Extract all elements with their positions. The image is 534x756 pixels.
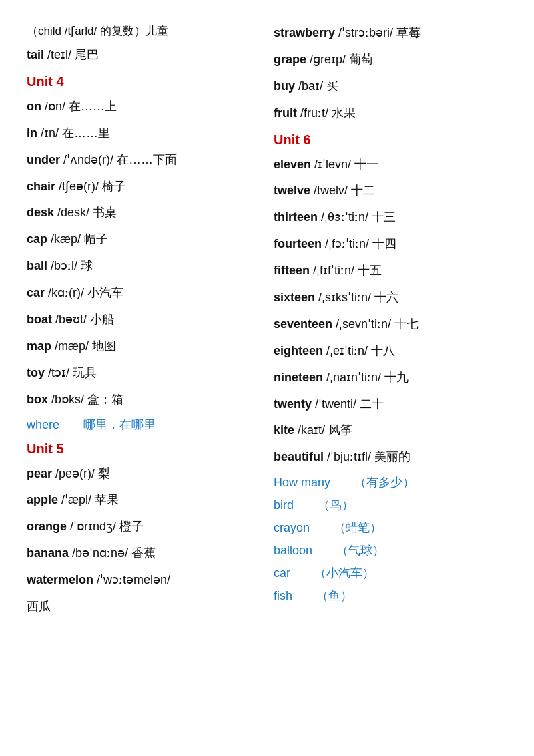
word: watermelon <box>27 573 93 586</box>
left-column: （child /tʃarld/ 的复数）儿童tail /teɪl/ 尾巴Unit… <box>27 20 260 620</box>
vocab-entry: boat /bəʊt/ 小船 <box>27 307 260 333</box>
meaning: 十四 <box>372 237 396 250</box>
meaning: 葡萄 <box>349 53 373 66</box>
vocab-entry: car /kɑː(r)/ 小汽车 <box>27 280 260 307</box>
word: twenty <box>274 397 312 411</box>
vocab-entry: seventeen /ˌsevnˈtiːn/ 十七 <box>274 311 507 338</box>
meaning: 书桌 <box>93 206 117 219</box>
word: chair <box>27 180 55 193</box>
blue-phrase: balloon （气球） <box>274 539 507 562</box>
vocab-entry: banana /bəˈnɑːnə/ 香蕉 <box>27 540 260 567</box>
meaning: 十一 <box>354 158 378 171</box>
vocab-entry: kite /kaɪt/ 风筝 <box>274 417 507 444</box>
word: fourteen <box>274 237 322 250</box>
unit-heading: Unit 6 <box>274 127 507 152</box>
word: twelve <box>274 184 310 197</box>
phonetic: /baɪ/ <box>298 79 323 93</box>
phonetic: /fruːt/ <box>300 106 328 120</box>
vocab-entry: fruit /fruːt/ 水果 <box>274 100 507 127</box>
blue-phrase: car （小汽车） <box>274 562 507 584</box>
vocab-entry: pear /peə(r)/ 梨 <box>27 461 260 488</box>
phonetic: /kaɪt/ <box>298 423 325 437</box>
phonetic: /peə(r)/ <box>55 467 95 480</box>
vocab-entry: buy /baɪ/ 买 <box>274 73 507 100</box>
phonetic: /ˌsɪksˈtiːn/ <box>318 291 371 304</box>
intro-entry: （child /tʃarld/ 的复数）儿童 <box>27 20 260 42</box>
word: under <box>27 153 60 166</box>
meaning: 十五 <box>358 264 382 277</box>
blue-phrase: How many （有多少） <box>274 471 507 494</box>
phonetic: /ˌsevnˈtiːn/ <box>336 317 391 331</box>
word: in <box>27 126 37 140</box>
vocab-entry: beautiful /ˈbjuːtɪfl/ 美丽的 <box>274 444 507 471</box>
phonetic: /bəʊt/ <box>55 313 87 326</box>
meaning: 地图 <box>92 339 116 353</box>
word: kite <box>274 423 294 437</box>
phonetic: /bəˈnɑːnə/ <box>72 546 128 560</box>
vocab-entry: on /ɒn/ 在……上 <box>27 93 260 120</box>
unit-heading: Unit 4 <box>27 69 260 93</box>
phonetic: /tʃeə(r)/ <box>59 180 99 193</box>
phonetic: /ˌnaɪnˈtiːn/ <box>326 371 381 384</box>
main-content: （child /tʃarld/ 的复数）儿童tail /teɪl/ 尾巴Unit… <box>27 20 507 620</box>
word: cap <box>27 232 47 246</box>
word: pear <box>27 467 52 480</box>
meaning: 买 <box>326 79 338 93</box>
vocab-entry: ball /bɔːl/ 球 <box>27 253 260 280</box>
word: car <box>27 286 45 299</box>
meaning: 尾巴 <box>75 48 99 61</box>
word: eleven <box>274 158 311 171</box>
vocab-entry: strawberry /ˈstrɔːbəri/ 草莓 <box>274 20 507 47</box>
meaning: 在……下面 <box>117 153 177 166</box>
word: fruit <box>274 106 297 120</box>
word: grape <box>274 53 306 66</box>
phonetic: /ɪˈlevn/ <box>314 158 351 171</box>
meaning: 在……上 <box>69 100 117 113</box>
vocab-entry: in /ɪn/ 在……里 <box>27 120 260 147</box>
vocab-entry: under /ˈʌndə(r)/ 在……下面 <box>27 147 260 174</box>
phonetic: /tɔɪ/ <box>48 366 69 379</box>
vocab-entry: apple /ˈæpl/ 苹果 <box>27 487 260 514</box>
meaning: 十三 <box>372 210 396 224</box>
phonetic: /ˈtwenti/ <box>315 397 356 411</box>
word: fifteen <box>274 264 310 277</box>
word: orange <box>27 520 67 533</box>
vocab-entry: grape /ɡreɪp/ 葡萄 <box>274 47 507 73</box>
phonetic: /bɒks/ <box>51 393 84 406</box>
word: toy <box>27 366 45 379</box>
meaning: 美丽的 <box>374 450 411 463</box>
phonetic: /desk/ <box>57 206 89 219</box>
vocab-entry: watermelon /ˈwɔːtəmelən/ <box>27 567 260 594</box>
phonetic: /ɡreɪp/ <box>310 53 346 66</box>
vocab-entry: orange /ˈɒrɪndʒ/ 橙子 <box>27 514 260 540</box>
meaning: 小汽车 <box>87 286 123 299</box>
phonetic: /ˌfɔːˈtiːn/ <box>325 237 369 250</box>
word: box <box>27 393 48 406</box>
vocab-entry: eleven /ɪˈlevn/ 十一 <box>274 152 507 178</box>
vocab-entry: chair /tʃeə(r)/ 椅子 <box>27 174 260 200</box>
unit-heading: Unit 5 <box>27 436 260 461</box>
phonetic: /ˈʌndə(r)/ <box>63 153 113 166</box>
meaning: 盒；箱 <box>87 393 123 406</box>
vocab-entry: box /bɒks/ 盒；箱 <box>27 387 260 413</box>
word: seventeen <box>274 317 332 331</box>
meaning: 球 <box>81 259 93 272</box>
meaning: 十二 <box>351 184 375 197</box>
meaning: 橙子 <box>119 520 144 533</box>
right-column: strawberry /ˈstrɔːbəri/ 草莓grape /ɡreɪp/ … <box>274 20 507 620</box>
meaning: 小船 <box>90 313 114 326</box>
word: eighteen <box>274 344 323 357</box>
vocab-entry: nineteen /ˌnaɪnˈtiːn/ 十九 <box>274 365 507 391</box>
meaning: 风筝 <box>328 423 352 437</box>
word: boat <box>27 313 52 326</box>
vocab-entry: fifteen /ˌfɪfˈtiːn/ 十五 <box>274 258 507 285</box>
plain-entry: 西瓜 <box>27 594 260 620</box>
meaning: 帽子 <box>84 232 108 246</box>
word: beautiful <box>274 450 324 463</box>
blue-phrase: fish （鱼） <box>274 584 507 607</box>
vocab-entry: fourteen /ˌfɔːˈtiːn/ 十四 <box>274 231 507 258</box>
blue-phrase: crayon （蜡笔） <box>274 516 507 539</box>
word: buy <box>274 79 295 93</box>
vocab-entry: thirteen /ˌθɜːˈtiːn/ 十三 <box>274 204 507 231</box>
phonetic: /ˌfɪfˈtiːn/ <box>313 264 354 277</box>
